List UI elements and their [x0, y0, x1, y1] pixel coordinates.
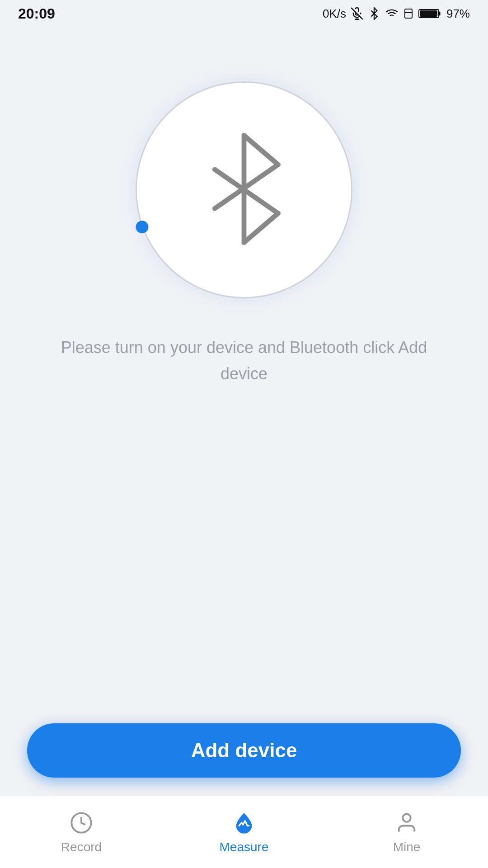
add-device-button[interactable]: Add device [27, 723, 461, 778]
svg-rect-7 [420, 10, 437, 17]
sim-icon [403, 7, 414, 20]
mine-label: Mine [393, 840, 421, 854]
svg-line-11 [244, 213, 278, 243]
nav-item-measure[interactable]: Measure [163, 810, 325, 854]
nav-item-record[interactable]: Record [0, 810, 163, 854]
bluetooth-container [136, 81, 352, 298]
network-speed: 0K/s [323, 7, 346, 21]
measure-icon [231, 810, 257, 835]
status-icons: 0K/s 97% [323, 7, 470, 21]
wifi-icon [385, 7, 399, 20]
battery-icon [418, 7, 442, 20]
mute-icon [351, 7, 363, 20]
nav-item-mine[interactable]: Mine [325, 810, 488, 854]
record-icon [69, 810, 94, 835]
bluetooth-large-icon [194, 126, 294, 254]
record-label: Record [61, 840, 102, 854]
svg-line-10 [215, 165, 278, 208]
bottom-nav: Record Measure Mine [0, 796, 488, 868]
main-content: Please turn on your device and Bluetooth… [0, 27, 488, 796]
svg-rect-4 [405, 9, 412, 18]
battery-percent: 97% [446, 7, 470, 21]
bluetooth-status-icon [368, 7, 380, 20]
mine-icon [394, 810, 419, 835]
svg-line-9 [244, 136, 278, 165]
svg-line-12 [215, 170, 278, 213]
svg-point-14 [403, 814, 410, 821]
status-time: 20:09 [18, 5, 55, 22]
bluetooth-circle [136, 81, 352, 298]
measure-label: Measure [220, 840, 269, 854]
status-bar: 20:09 0K/s [0, 0, 488, 27]
instruction-text: Please turn on your device and Bluetooth… [0, 335, 488, 387]
